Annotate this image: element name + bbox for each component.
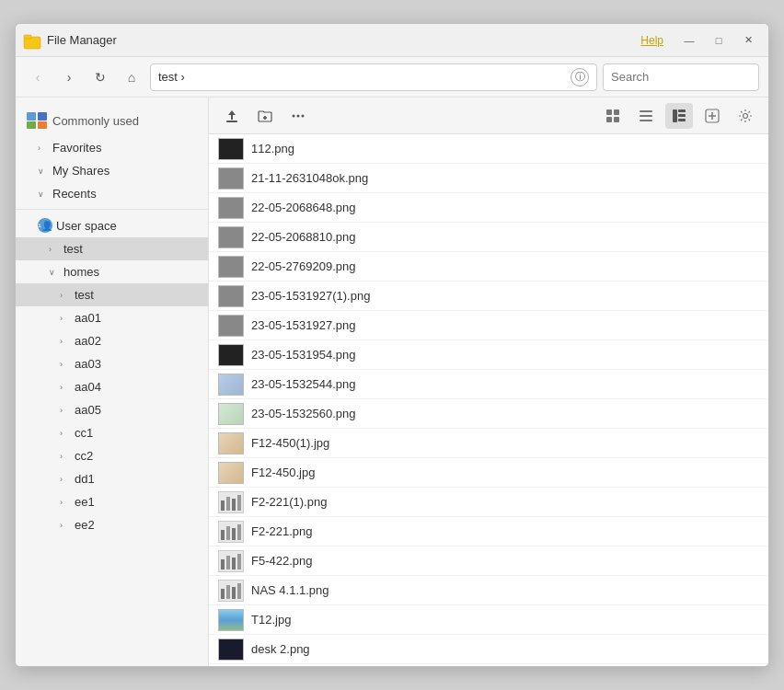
table-row[interactable]: F12-450.jpg bbox=[209, 458, 768, 488]
search-bar[interactable]: 🔍 bbox=[603, 63, 759, 91]
back-button[interactable]: ‹ bbox=[25, 64, 51, 90]
table-row[interactable]: 23-05-1531927(1).png bbox=[209, 282, 768, 311]
file-thumbnail bbox=[218, 226, 244, 248]
svg-rect-18 bbox=[640, 110, 652, 112]
sidebar-item-homes[interactable]: ∨ homes bbox=[16, 260, 208, 283]
sidebar-item-test-top[interactable]: › test bbox=[16, 237, 208, 260]
table-row[interactable]: 112.png bbox=[209, 134, 768, 164]
sidebar-user-space[interactable]: User space bbox=[16, 213, 208, 237]
svg-point-13 bbox=[302, 114, 305, 117]
svg-rect-14 bbox=[606, 109, 612, 115]
file-thumbnail bbox=[218, 521, 244, 543]
sidebar-sub-items: › aa01› aa02› aa03› aa04› aa05› cc1› cc2… bbox=[16, 306, 208, 536]
dd1-chevron: › bbox=[60, 475, 71, 484]
svg-rect-20 bbox=[640, 120, 652, 121]
help-link[interactable]: Help bbox=[640, 34, 663, 47]
minimize-button[interactable]: — bbox=[676, 30, 702, 51]
cc1-label: cc1 bbox=[75, 426, 93, 440]
sidebar-item-dd1[interactable]: › dd1 bbox=[16, 467, 208, 490]
file-thumbnail bbox=[218, 344, 244, 366]
table-row[interactable]: F2-221.png bbox=[209, 517, 768, 546]
sidebar-item-aa04[interactable]: › aa04 bbox=[16, 375, 208, 398]
upload-button[interactable] bbox=[218, 103, 246, 129]
cc2-label: cc2 bbox=[75, 449, 93, 463]
table-row[interactable]: 22-05-2068810.png bbox=[209, 223, 768, 252]
aa03-label: aa03 bbox=[75, 357, 101, 371]
sidebar-item-my-shares[interactable]: ∨ My Shares bbox=[16, 159, 208, 182]
address-bar[interactable]: test › ⓘ bbox=[150, 63, 597, 91]
commonly-used-label: Commonly used bbox=[52, 114, 139, 128]
sidebar-item-cc1[interactable]: › cc1 bbox=[16, 421, 208, 444]
svg-rect-22 bbox=[678, 109, 686, 112]
sidebar-item-aa03[interactable]: › aa03 bbox=[16, 352, 208, 375]
commonly-used-header: Commonly used bbox=[16, 109, 208, 132]
sidebar-item-favorites[interactable]: › Favorites bbox=[16, 136, 208, 159]
table-row[interactable]: T12.jpg bbox=[209, 605, 768, 635]
home-button[interactable]: ⌂ bbox=[119, 64, 144, 90]
main-panel: 112.png 21-11-2631048ok.png 22-05-206864… bbox=[209, 98, 768, 666]
settings-view-button[interactable] bbox=[732, 103, 759, 129]
sidebar-item-recents[interactable]: ∨ Recents bbox=[16, 182, 208, 205]
sidebar-divider-1 bbox=[16, 209, 208, 210]
sidebar-item-aa05[interactable]: › aa05 bbox=[16, 398, 208, 421]
table-row[interactable]: F5-422.png bbox=[209, 546, 768, 576]
test-sub-chevron: › bbox=[60, 291, 71, 300]
address-info-button[interactable]: ⓘ bbox=[571, 68, 589, 86]
maximize-button[interactable]: □ bbox=[706, 30, 732, 51]
sidebar-item-aa02[interactable]: › aa02 bbox=[16, 329, 208, 352]
table-row[interactable]: 22-05-2769209.png bbox=[209, 252, 768, 282]
dd1-label: dd1 bbox=[75, 472, 95, 486]
titlebar: File Manager Help — □ ✕ bbox=[16, 24, 768, 57]
svg-rect-8 bbox=[226, 121, 237, 122]
table-row[interactable]: NAS 4.1.1.png bbox=[209, 576, 768, 605]
svg-rect-24 bbox=[678, 119, 686, 121]
detail-view-button[interactable] bbox=[665, 103, 693, 129]
svg-point-11 bbox=[293, 114, 295, 117]
table-row[interactable]: 23-05-1531927.png bbox=[209, 311, 768, 340]
sidebar-item-test-sub[interactable]: › test bbox=[16, 283, 208, 306]
more-actions-button[interactable] bbox=[284, 103, 312, 129]
table-row[interactable]: 22-05-2068648.png bbox=[209, 193, 768, 223]
svg-rect-6 bbox=[38, 121, 47, 129]
svg-point-7 bbox=[39, 224, 40, 226]
file-thumbnail bbox=[218, 462, 244, 484]
grid-view-button[interactable] bbox=[599, 103, 627, 129]
table-row[interactable]: 23-05-1532560.png bbox=[209, 399, 768, 429]
refresh-button[interactable]: ↻ bbox=[87, 64, 113, 90]
address-text: test › bbox=[158, 70, 567, 84]
search-input[interactable] bbox=[611, 70, 766, 84]
file-thumbnail bbox=[218, 403, 244, 425]
close-button[interactable]: ✕ bbox=[735, 30, 761, 51]
table-row[interactable]: F2-221(1).png bbox=[209, 488, 768, 517]
svg-rect-5 bbox=[27, 121, 36, 129]
file-thumbnail bbox=[218, 138, 244, 160]
file-name: F2-221.png bbox=[251, 524, 759, 538]
table-row[interactable]: 21-11-2631048ok.png bbox=[209, 164, 768, 193]
list-view-button[interactable] bbox=[632, 103, 660, 129]
svg-rect-16 bbox=[606, 117, 612, 122]
app-icon bbox=[23, 31, 41, 50]
sidebar-item-ee2[interactable]: › ee2 bbox=[16, 513, 208, 536]
test-top-label: test bbox=[63, 242, 83, 256]
file-thumbnail bbox=[218, 609, 244, 631]
add-view-button[interactable] bbox=[698, 103, 726, 129]
sidebar-item-ee1[interactable]: › ee1 bbox=[16, 490, 208, 513]
file-thumbnail bbox=[218, 167, 244, 190]
new-folder-button[interactable] bbox=[251, 103, 279, 129]
file-list: 112.png 21-11-2631048ok.png 22-05-206864… bbox=[209, 134, 768, 666]
table-row[interactable]: 23-05-1531954.png bbox=[209, 340, 768, 370]
table-row[interactable]: F12-450(1).jpg bbox=[209, 429, 768, 458]
forward-button[interactable]: › bbox=[56, 64, 82, 90]
aa02-label: aa02 bbox=[75, 334, 101, 348]
navigation-toolbar: ‹ › ↻ ⌂ test › ⓘ 🔍 bbox=[16, 57, 768, 98]
sidebar-item-aa01[interactable]: › aa01 bbox=[16, 306, 208, 329]
aa05-chevron: › bbox=[60, 406, 71, 415]
table-row[interactable]: 23-05-1532544.png bbox=[209, 370, 768, 399]
commonly-used-section: Commonly used bbox=[16, 105, 208, 136]
ee2-chevron: › bbox=[60, 521, 71, 530]
svg-rect-17 bbox=[614, 117, 619, 122]
svg-point-12 bbox=[297, 114, 300, 117]
sidebar-item-cc2[interactable]: › cc2 bbox=[16, 444, 208, 467]
recents-label: Recents bbox=[52, 187, 97, 201]
table-row[interactable]: desk 2.png bbox=[209, 635, 768, 664]
